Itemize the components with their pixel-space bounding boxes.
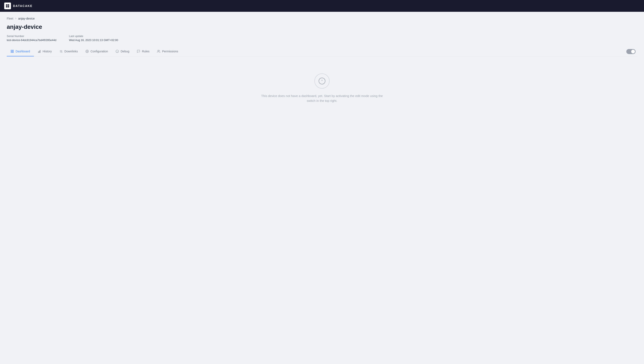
svg-point-17 xyxy=(158,50,159,51)
tab-permissions-label: Permissions xyxy=(162,50,178,53)
tab-downlinks-label: Downlinks xyxy=(64,50,78,53)
last-update-value: Wed Aug 16, 2023 10:01:13 GMT+02:00 xyxy=(69,38,118,42)
tabs-container: Dashboard History xyxy=(7,47,637,56)
tab-rules-label: Rules xyxy=(142,50,150,53)
tab-configuration[interactable]: Configuration xyxy=(82,47,112,56)
breadcrumb: Fleet > anjay-device xyxy=(7,17,637,20)
logo-text: DATACAKE xyxy=(13,4,32,8)
svg-rect-5 xyxy=(12,50,14,51)
svg-rect-7 xyxy=(11,52,12,52)
navbar: DATACAKE xyxy=(0,0,644,12)
debug-icon xyxy=(116,50,119,53)
svg-rect-6 xyxy=(12,52,14,52)
tab-debug-label: Debug xyxy=(120,50,129,53)
empty-state-message: This device does not have a dashboard, y… xyxy=(259,94,385,103)
edit-mode-toggle[interactable] xyxy=(626,49,636,54)
svg-rect-4 xyxy=(11,50,12,51)
tab-history[interactable]: History xyxy=(34,47,56,56)
page-title: anjay-device xyxy=(7,24,637,30)
svg-rect-8 xyxy=(38,52,38,52)
tab-dashboard[interactable]: Dashboard xyxy=(7,47,34,56)
breadcrumb-separator: > xyxy=(15,17,16,20)
svg-rect-10 xyxy=(40,50,40,52)
logo-icon xyxy=(4,2,11,9)
svg-rect-0 xyxy=(6,4,8,6)
toggle-track xyxy=(626,49,636,54)
main-content: Fleet > anjay-device anjay-device Serial… xyxy=(0,12,644,125)
rules-icon xyxy=(137,50,140,53)
edit-mode-toggle-container xyxy=(626,49,637,54)
svg-rect-3 xyxy=(8,6,9,8)
last-update-group: Last update Wed Aug 16, 2023 10:01:13 GM… xyxy=(69,34,118,42)
dashboard-icon xyxy=(10,50,14,53)
breadcrumb-fleet[interactable]: Fleet xyxy=(7,17,13,20)
breadcrumb-current: anjay-device xyxy=(18,17,35,20)
serial-number-value: test-device-64dc81944ca7bd4f0395e44d xyxy=(7,38,56,42)
empty-state-icon xyxy=(314,74,330,88)
tab-permissions[interactable]: Permissions xyxy=(153,47,182,56)
permissions-icon xyxy=(157,50,160,53)
downlinks-icon xyxy=(59,50,63,53)
history-icon xyxy=(38,50,41,53)
tab-dashboard-label: Dashboard xyxy=(16,50,30,53)
serial-number-label: Serial Number xyxy=(7,34,56,38)
device-meta: Serial Number test-device-64dc81944ca7bd… xyxy=(7,34,637,42)
svg-rect-2 xyxy=(6,6,8,8)
svg-rect-9 xyxy=(39,51,39,52)
toggle-thumb xyxy=(631,50,635,54)
tab-configuration-label: Configuration xyxy=(90,50,108,53)
tab-rules[interactable]: Rules xyxy=(133,47,153,56)
svg-rect-1 xyxy=(8,4,9,6)
serial-number-group: Serial Number test-device-64dc81944ca7bd… xyxy=(7,34,56,42)
last-update-label: Last update xyxy=(69,34,118,38)
tab-history-label: History xyxy=(43,50,52,53)
configuration-icon xyxy=(86,50,89,53)
tab-downlinks[interactable]: Downlinks xyxy=(56,47,82,56)
tabs-list: Dashboard History xyxy=(7,47,182,56)
tab-debug[interactable]: Debug xyxy=(112,47,133,56)
logo-area: DATACAKE xyxy=(4,2,32,9)
empty-state: This device does not have a dashboard, y… xyxy=(7,56,637,120)
svg-point-14 xyxy=(87,51,88,52)
